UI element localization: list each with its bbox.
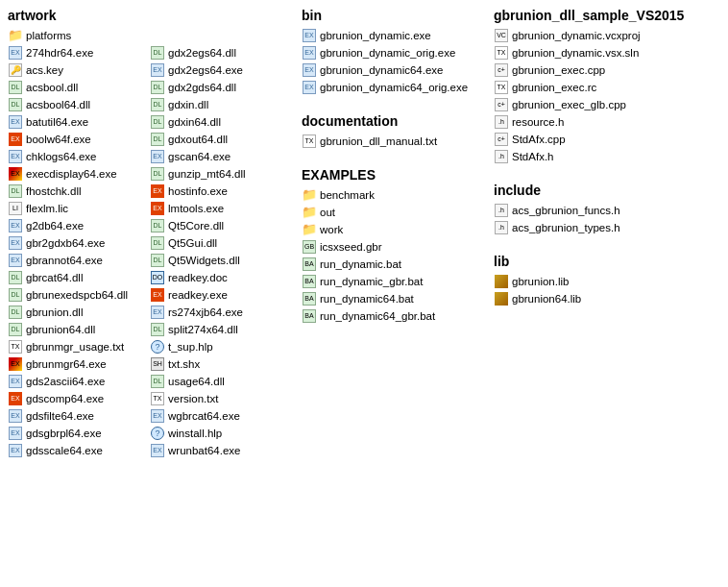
file-label: wgbrcat64.exe (168, 408, 240, 424)
list-item[interactable]: DLgdx2gds64.dll (150, 79, 292, 96)
list-item[interactable]: EXgdsscale64.exe (8, 442, 150, 459)
list-item[interactable]: VCgbrunion_dynamic.vcxproj (494, 27, 705, 44)
list-item[interactable]: .hacs_gbrunion_types.h (494, 219, 705, 236)
list-item[interactable]: EXgbrunmgr64.exe (8, 355, 150, 373)
bat-icon: BA (302, 291, 317, 306)
list-item[interactable]: DLacsbool64.dll (8, 96, 150, 113)
exe-icon: EX (150, 443, 165, 458)
dll-icon: DL (150, 114, 165, 130)
list-item[interactable]: DLQt5Core.dll (150, 217, 292, 234)
list-item[interactable]: LIflexlm.lic (8, 200, 150, 217)
file-label: gbrannot64.exe (26, 253, 103, 268)
list-item[interactable]: DLgdxin64.dll (150, 113, 292, 131)
list-item[interactable]: EXgdx2egs64.exe (150, 61, 292, 79)
list-item[interactable]: DLgdx2egs64.dll (150, 44, 292, 61)
special-exe-icon: EX (8, 132, 23, 147)
list-item[interactable]: EXgbrannot64.exe (8, 252, 150, 269)
list-item[interactable]: BArun_dynamic_gbr.bat (302, 273, 484, 290)
list-item[interactable]: EXgbrunion_dynamic64.exe (302, 61, 484, 79)
list-item[interactable]: EXgbrunion_dynamic_orig.exe (302, 44, 484, 61)
list-item[interactable]: c+gbrunion_exec.cpp (494, 61, 705, 79)
artwork-title: artwork (8, 8, 292, 23)
list-item[interactable]: DLgbrcat64.dll (8, 269, 150, 286)
file-label: resource.h (512, 114, 564, 130)
list-item[interactable]: DLgunzip_mt64.dll (150, 165, 292, 183)
h-icon: .h (494, 220, 509, 235)
file-label: out (320, 205, 335, 220)
list-item[interactable]: .hresource.h (494, 113, 705, 131)
list-item[interactable]: BArun_dynamic.bat (302, 256, 484, 273)
list-item[interactable]: BArun_dynamic64_gbr.bat (302, 307, 484, 325)
list-item[interactable]: EXexecdisplay64.exe (8, 165, 150, 183)
list-item[interactable]: gbrunion.lib (494, 273, 705, 290)
list-item[interactable]: DLQt5Widgets.dll (150, 252, 292, 269)
dll-icon: DL (150, 235, 165, 251)
list-item[interactable]: EXchklogs64.exe (8, 148, 150, 165)
list-item[interactable]: GBicsxseed.gbr (302, 238, 484, 256)
list-item[interactable]: EXgbr2gdxb64.exe (8, 234, 150, 252)
list-item[interactable]: 📁benchmark (302, 186, 484, 204)
list-item[interactable]: EXlmtools.exe (150, 200, 292, 217)
list-item[interactable]: EXwgbrcat64.exe (150, 407, 292, 425)
list-item[interactable]: EXgbrunion_dynamic64_orig.exe (302, 79, 484, 96)
list-item[interactable]: .hacs_gbrunion_funcs.h (494, 202, 705, 219)
list-item[interactable]: EXgdsgbrpl64.exe (8, 425, 150, 442)
list-item[interactable]: DLgbrunexedspcb64.dll (8, 286, 150, 304)
list-item[interactable]: 🔑acs.key (8, 61, 150, 79)
list-item[interactable]: c+StdAfx.cpp (494, 131, 705, 148)
list-item[interactable]: BArun_dynamic64.bat (302, 290, 484, 307)
list-item[interactable]: .hStdAfx.h (494, 148, 705, 165)
file-label: readkey.doc (168, 270, 228, 285)
key-icon: 🔑 (8, 62, 23, 78)
artwork-section: artwork 📁 platforms EX274hdr64.exe🔑acs.k… (8, 8, 292, 459)
shx-icon: SH (150, 356, 165, 372)
list-item[interactable]: DLacsbool.dll (8, 79, 150, 96)
list-item[interactable]: EXwrunbat64.exe (150, 442, 292, 459)
list-item[interactable]: EXboolw64f.exe (8, 131, 150, 148)
list-item[interactable]: DLgdxout64.dll (150, 131, 292, 148)
list-item[interactable]: EXbatutil64.exe (8, 113, 150, 131)
list-item[interactable]: TXgbrunmgr_usage.txt (8, 338, 150, 355)
exe-icon: EX (150, 149, 165, 164)
platforms-folder[interactable]: 📁 platforms (8, 27, 292, 44)
dll-icon: DL (8, 97, 23, 112)
list-item[interactable]: EXreadkey.exe (150, 286, 292, 304)
list-item[interactable]: DLusage64.dll (150, 373, 292, 390)
list-item[interactable]: ?winstall.hlp (150, 425, 292, 442)
list-item[interactable]: DLQt5Gui.dll (150, 234, 292, 252)
file-label: Qt5Core.dll (168, 218, 224, 233)
list-item[interactable]: c+gbrunion_exec_glb.cpp (494, 96, 705, 113)
documentation-title: documentation (302, 113, 484, 129)
list-item[interactable]: TXgbrunion_dll_manual.txt (302, 133, 484, 150)
list-item[interactable]: EXgdsfilte64.exe (8, 407, 150, 425)
list-item[interactable]: gbrunion64.lib (494, 290, 705, 307)
file-label: txt.shx (168, 356, 200, 372)
list-item[interactable]: EXg2db64.exe (8, 217, 150, 234)
list-item[interactable]: DLsplit274x64.dll (150, 321, 292, 338)
list-item[interactable]: DLgbrunion64.dll (8, 321, 150, 338)
list-item[interactable]: SHtxt.shx (150, 355, 292, 373)
list-item[interactable]: DLgdxin.dll (150, 96, 292, 113)
list-item[interactable]: DLfhostchk.dll (8, 183, 150, 200)
list-item[interactable]: 📁out (302, 204, 484, 221)
list-item[interactable]: EXgbrunion_dynamic.exe (302, 27, 484, 44)
list-item[interactable]: EXgdscomp64.exe (8, 390, 150, 407)
list-item[interactable]: EXhostinfo.exe (150, 183, 292, 200)
list-item[interactable]: TXgbrunion_exec.rc (494, 79, 705, 96)
h-icon: .h (494, 114, 509, 130)
list-item[interactable]: EXgds2ascii64.exe (8, 373, 150, 390)
list-item[interactable]: ?t_sup.hlp (150, 338, 292, 355)
dll-icon: DL (8, 80, 23, 95)
list-item[interactable]: DOreadkey.doc (150, 269, 292, 286)
exe-icon: EX (8, 235, 23, 251)
list-item[interactable]: EX274hdr64.exe (8, 44, 150, 61)
list-item[interactable]: 📁work (302, 221, 484, 238)
list-item[interactable]: DLgbrunion.dll (8, 304, 150, 321)
folder-icon: 📁 (302, 222, 317, 237)
list-item[interactable]: TXversion.txt (150, 390, 292, 407)
list-item[interactable]: TXgbrunion_dynamic.vsx.sln (494, 44, 705, 61)
file-label: gscan64.exe (168, 149, 231, 164)
list-item[interactable]: EXgscan64.exe (150, 148, 292, 165)
file-label: gbrunion_dynamic.vsx.sln (512, 45, 639, 61)
list-item[interactable]: EXrs274xjb64.exe (150, 304, 292, 321)
